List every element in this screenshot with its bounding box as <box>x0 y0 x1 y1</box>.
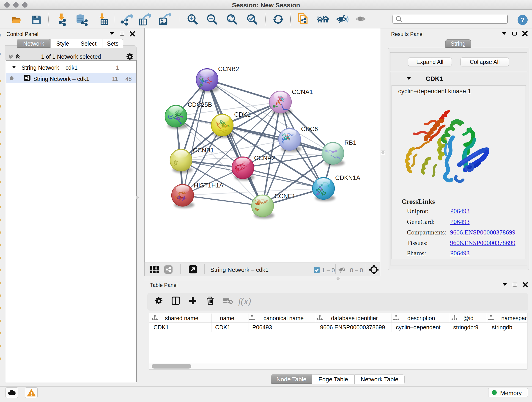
svg-text:CCNA2: CCNA2 <box>254 155 275 162</box>
svg-text:HIST1H1A: HIST1H1A <box>194 182 223 189</box>
svg-text:CCNE1: CCNE1 <box>274 193 296 200</box>
svg-text:CCNB2: CCNB2 <box>218 65 239 72</box>
svg-text:CDC25B: CDC25B <box>188 101 212 108</box>
svg-text:CDK1: CDK1 <box>234 111 251 118</box>
svg-text:RB1: RB1 <box>344 139 356 146</box>
svg-text:?: ? <box>520 16 525 24</box>
svg-text:CCNB1: CCNB1 <box>193 147 214 154</box>
svg-text:CCNA1: CCNA1 <box>292 89 313 95</box>
svg-text:CDKN1A: CDKN1A <box>335 174 360 181</box>
svg-text:CDC6: CDC6 <box>301 126 318 133</box>
